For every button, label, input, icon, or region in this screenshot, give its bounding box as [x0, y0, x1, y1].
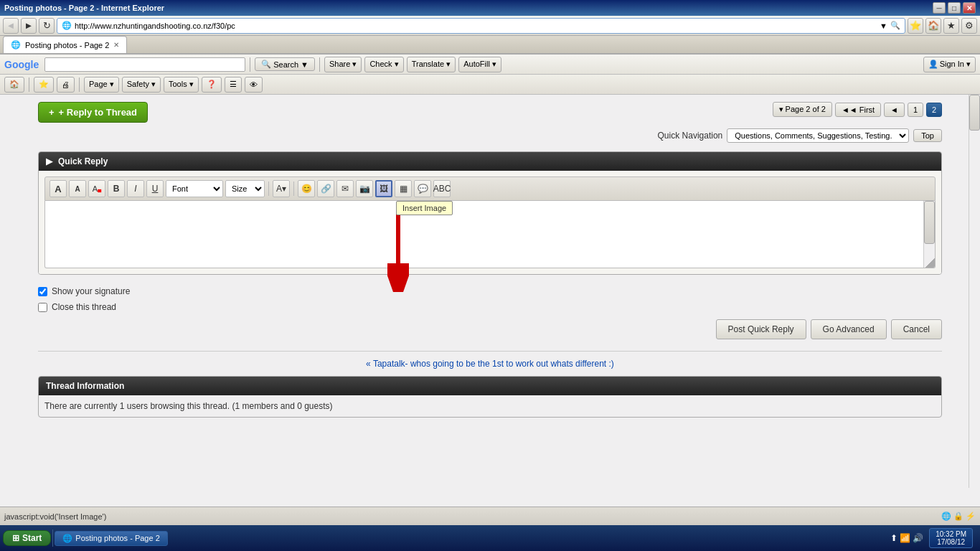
editor-sep-2: [293, 182, 294, 196]
title-bar: Posting photos - Page 2 - Internet Explo…: [0, 0, 980, 16]
favorites-button[interactable]: ⭐: [908, 18, 923, 34]
cancel-button[interactable]: Cancel: [891, 319, 942, 339]
active-tab[interactable]: 🌐 Posting photos - Page 2 ✕: [3, 36, 127, 53]
insert-table-button[interactable]: ▦: [395, 180, 412, 197]
address-dropdown-icon[interactable]: ▼: [880, 22, 887, 30]
star-button[interactable]: ★: [943, 18, 959, 34]
first-page-button[interactable]: ◄◄ First: [835, 103, 881, 117]
browser-frame: Posting photos - Page 2 - Internet Explo…: [0, 0, 980, 551]
font-size-increase-button[interactable]: A: [50, 180, 67, 197]
start-label: Start: [22, 533, 42, 543]
plus-icon: +: [49, 107, 55, 118]
tray-icons: ⬆ 📶 🔊: [890, 533, 924, 543]
help-button[interactable]: ❓: [202, 77, 222, 93]
status-right: 🌐 🔒 ⚡: [941, 512, 976, 521]
emoji-button[interactable]: 😊: [298, 180, 315, 197]
font-size-decrease-button[interactable]: A: [69, 180, 86, 197]
post-quick-reply-button[interactable]: Post Quick Reply: [716, 319, 806, 339]
tab-bar: 🌐 Posting photos - Page 2 ✕: [0, 36, 980, 55]
signin-label: Sign In ▾: [940, 60, 971, 69]
tab-close-icon[interactable]: ✕: [113, 41, 119, 49]
page-2-button[interactable]: 2: [926, 103, 942, 117]
underline-button[interactable]: U: [146, 180, 164, 197]
signin-button[interactable]: 👤 Sign In ▾: [923, 57, 976, 72]
insert-image-button[interactable]: 🖼: [375, 180, 392, 197]
favorites2-button[interactable]: ⭐: [34, 77, 54, 93]
windows-icon: ⊞: [12, 533, 19, 543]
forward-button[interactable]: ►: [21, 18, 37, 34]
close-button[interactable]: ✕: [963, 2, 976, 14]
editor-resize-handle[interactable]: [925, 258, 935, 268]
eye-button[interactable]: 👁: [245, 77, 263, 93]
italic-button[interactable]: I: [127, 180, 144, 197]
ie-task-label: Posting photos - Page 2: [75, 534, 159, 542]
quick-reply-expand-icon[interactable]: ▶: [46, 156, 52, 166]
taskbar: ⊞ Start 🌐 Posting photos - Page 2 ⬆ 📶 🔊 …: [0, 525, 980, 551]
ie-taskbar-item[interactable]: 🌐 Posting photos - Page 2: [55, 531, 167, 546]
google-toolbar: Google 🔍 Search ▼ Share ▾ Check ▾ Transl…: [0, 55, 980, 75]
minimize-button[interactable]: ─: [933, 2, 946, 14]
home2-button[interactable]: 🏠: [4, 77, 24, 93]
quick-nav-select[interactable]: Questions, Comments, Suggestions, Testin…: [727, 128, 909, 143]
text-color-button[interactable]: A▄: [88, 180, 105, 197]
editor-wrapper: Insert Image: [44, 201, 936, 268]
status-bar: javascript:void('Insert Image') 🌐 🔒 ⚡: [0, 507, 980, 525]
prev-icon: ◄: [890, 105, 898, 114]
page-label: Page ▾: [89, 80, 114, 89]
settings-button[interactable]: ⚙: [961, 18, 977, 34]
address-icon: 🌐: [62, 21, 72, 30]
insert-quote-button[interactable]: 💬: [414, 180, 431, 197]
status-icons: 🌐 🔒 ⚡: [941, 512, 976, 521]
spellcheck-button[interactable]: ABC: [433, 180, 451, 197]
size-select[interactable]: Size: [225, 180, 265, 197]
search-icon[interactable]: 🔍: [890, 21, 900, 30]
share-button[interactable]: Share ▾: [324, 57, 362, 72]
page-content: + + Reply to Thread ▾ Page 2 of 2 ◄◄ Fir…: [0, 95, 980, 507]
back-button[interactable]: ◄: [3, 18, 19, 34]
refresh-button[interactable]: ↻: [39, 18, 55, 34]
safety-label: Safety ▾: [127, 80, 156, 89]
close-thread-checkbox[interactable]: [38, 303, 47, 312]
bold-button[interactable]: B: [108, 180, 125, 197]
page-button[interactable]: Page ▾: [84, 77, 119, 93]
check-label: Check ▾: [369, 60, 398, 69]
address-input[interactable]: http://www.nzhuntingandshooting.co.nz/f3…: [75, 22, 877, 30]
page-scrollbar[interactable]: [969, 95, 980, 488]
start-button[interactable]: ⊞ Start: [3, 530, 51, 546]
go-advanced-button[interactable]: Go Advanced: [811, 319, 887, 339]
google-search-button[interactable]: 🔍 Search ▼: [255, 57, 315, 71]
address-bar: 🌐 http://www.nzhuntingandshooting.co.nz/…: [57, 18, 905, 34]
prev-page-button[interactable]: ◄: [884, 103, 905, 117]
home-button[interactable]: 🏠: [925, 18, 941, 34]
search-dropdown-icon: ▼: [301, 60, 308, 69]
clock-time: 10:32 PM: [936, 530, 966, 538]
maximize-button[interactable]: □: [948, 2, 961, 14]
check-button[interactable]: Check ▾: [364, 57, 403, 72]
status-url: javascript:void('Insert Image'): [4, 512, 941, 521]
tapatalk-text: « Tapatalk- whos going to be the 1st to …: [366, 359, 614, 369]
search-label: Search: [273, 60, 298, 69]
insert-email-button[interactable]: ✉: [336, 180, 354, 197]
safety-button[interactable]: Safety ▾: [122, 77, 161, 93]
text-color-picker-button[interactable]: A▾: [273, 180, 290, 197]
print-button[interactable]: 🖨: [57, 77, 75, 93]
tapatalk-link[interactable]: « Tapatalk- whos going to be the 1st to …: [38, 351, 942, 376]
reply-to-thread-button[interactable]: + + Reply to Thread: [38, 102, 148, 123]
extra-button[interactable]: ☰: [225, 77, 242, 93]
editor-textarea[interactable]: [45, 201, 935, 265]
font-select[interactable]: Font: [166, 180, 223, 197]
show-signature-checkbox[interactable]: [38, 287, 47, 296]
top-button[interactable]: Top: [913, 129, 942, 142]
signin-area: 👤 Sign In ▾: [923, 57, 976, 72]
page-label-dropdown[interactable]: ▾ Page 2 of 2: [773, 102, 832, 117]
page-1-button[interactable]: 1: [908, 103, 923, 117]
insert-link-button[interactable]: 🔗: [317, 180, 334, 197]
tools-button[interactable]: Tools ▾: [164, 77, 199, 93]
insert-image-tooltip: Insert Image: [396, 201, 453, 215]
first-icon: ◄◄ First: [842, 105, 875, 114]
google-search-input[interactable]: [44, 57, 245, 72]
toolbar-sep-3: [29, 77, 29, 92]
insert-video-button[interactable]: 📷: [356, 180, 373, 197]
autofill-button[interactable]: AutoFill ▾: [458, 57, 501, 72]
translate-button[interactable]: Translate ▾: [407, 57, 456, 72]
